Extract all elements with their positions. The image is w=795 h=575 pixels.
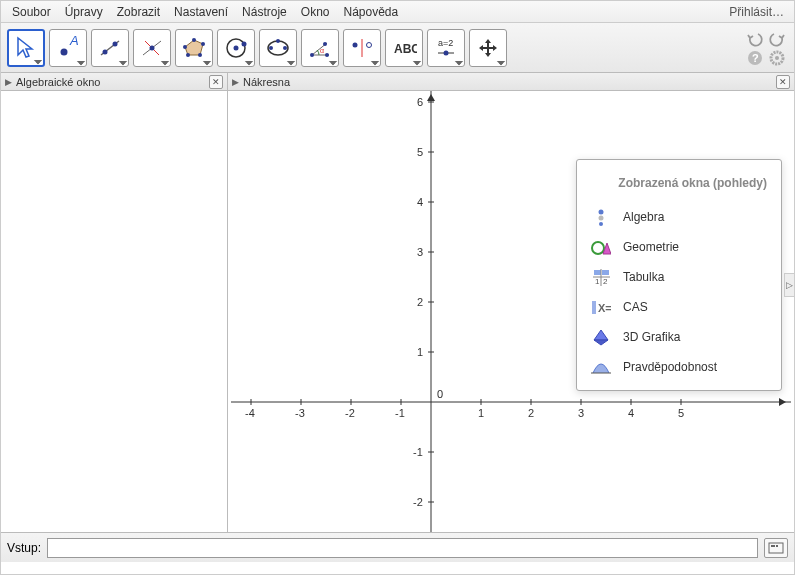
- svg-text:-2: -2: [413, 496, 423, 508]
- ellipse-icon: [265, 35, 291, 61]
- graphics-header[interactable]: ▶ Nákresna ✕: [228, 73, 794, 91]
- algebra-body[interactable]: [1, 91, 227, 532]
- cas-icon: X=: [591, 297, 611, 317]
- spreadsheet-icon: 12: [591, 267, 611, 287]
- tool-ellipse[interactable]: [259, 29, 297, 67]
- redo-icon: [768, 29, 786, 47]
- polygon-icon: [181, 35, 207, 61]
- tool-text[interactable]: ABC: [385, 29, 423, 67]
- undo-icon: [746, 29, 764, 47]
- redo-button[interactable]: [768, 29, 786, 47]
- tool-polygon[interactable]: [175, 29, 213, 67]
- svg-text:2: 2: [417, 296, 423, 308]
- svg-point-23: [325, 53, 329, 57]
- view-geometry[interactable]: Geometrie: [585, 232, 773, 262]
- algebra-icon: [591, 207, 611, 227]
- graphics-body[interactable]: -4-3-2-1 0 12345 123456 -1-2 Zobrazená o…: [228, 91, 794, 532]
- keyboard-button[interactable]: [764, 538, 788, 558]
- view-label: CAS: [623, 300, 648, 314]
- algebra-panel: ▶ Algebraické okno ✕: [1, 73, 228, 532]
- menu-view[interactable]: Zobrazit: [110, 3, 167, 21]
- graphics-close-button[interactable]: ✕: [776, 75, 790, 89]
- algebra-close-button[interactable]: ✕: [209, 75, 223, 89]
- algebra-header[interactable]: ▶ Algebraické okno ✕: [1, 73, 227, 91]
- svg-text:-2: -2: [345, 407, 355, 419]
- svg-text:6: 6: [417, 96, 423, 108]
- svg-point-22: [323, 42, 327, 46]
- svg-text:α: α: [320, 47, 324, 54]
- svg-text:-1: -1: [395, 407, 405, 419]
- menu-file[interactable]: Soubor: [5, 3, 58, 21]
- toolbar: A α ABC a=2 ?: [1, 23, 794, 73]
- settings-button[interactable]: [768, 49, 786, 67]
- svg-text:2: 2: [528, 407, 534, 419]
- tool-circle[interactable]: [217, 29, 255, 67]
- svg-text:-4: -4: [245, 407, 255, 419]
- svg-rect-78: [594, 270, 601, 275]
- slider-icon: a=2: [433, 35, 459, 61]
- collapse-icon: ▶: [232, 77, 239, 87]
- view-algebra[interactable]: Algebra: [585, 202, 773, 232]
- view-label: Pravděpodobnost: [623, 360, 717, 374]
- svg-rect-84: [592, 301, 596, 314]
- svg-point-20: [276, 39, 280, 43]
- input-field[interactable]: [47, 538, 758, 558]
- tool-slider[interactable]: a=2: [427, 29, 465, 67]
- svg-point-15: [234, 45, 239, 50]
- svg-text:1: 1: [417, 346, 423, 358]
- menubar: Soubor Úpravy Zobrazit Nastavení Nástroj…: [1, 1, 794, 23]
- view-label: Tabulka: [623, 270, 664, 284]
- help-icon: ?: [747, 50, 763, 66]
- svg-marker-87: [594, 340, 608, 345]
- tool-perpendicular[interactable]: [133, 29, 171, 67]
- svg-text:1: 1: [478, 407, 484, 419]
- menu-edit[interactable]: Úpravy: [58, 3, 110, 21]
- help-button[interactable]: ?: [746, 49, 764, 67]
- tool-reflect[interactable]: [343, 29, 381, 67]
- svg-point-31: [444, 50, 449, 55]
- view-label: Geometrie: [623, 240, 679, 254]
- svg-text:-3: -3: [295, 407, 305, 419]
- svg-text:3: 3: [417, 246, 423, 258]
- tool-line[interactable]: [91, 29, 129, 67]
- tool-move-view[interactable]: [469, 29, 507, 67]
- svg-text:-1: -1: [413, 446, 423, 458]
- algebra-title: Algebraické okno: [16, 76, 100, 88]
- collapse-icon: ▶: [5, 77, 12, 87]
- perpendicular-icon: [139, 35, 165, 61]
- view-cas[interactable]: X= CAS: [585, 292, 773, 322]
- svg-text:5: 5: [678, 407, 684, 419]
- menu-window[interactable]: Okno: [294, 3, 337, 21]
- expand-sidebar-button[interactable]: ▷: [784, 273, 794, 297]
- svg-rect-79: [602, 270, 609, 275]
- svg-text:3: 3: [578, 407, 584, 419]
- point-icon: A: [55, 35, 81, 61]
- view-spreadsheet[interactable]: 12 Tabulka: [585, 262, 773, 292]
- svg-point-18: [269, 46, 273, 50]
- svg-point-76: [592, 242, 604, 254]
- tool-move[interactable]: [7, 29, 45, 67]
- svg-text:4: 4: [417, 196, 423, 208]
- svg-text:1: 1: [595, 277, 600, 286]
- svg-marker-86: [594, 330, 608, 340]
- svg-point-19: [283, 46, 287, 50]
- undo-button[interactable]: [746, 29, 764, 47]
- svg-point-74: [599, 216, 604, 221]
- view-3d[interactable]: 3D Grafika: [585, 322, 773, 352]
- svg-point-3: [103, 49, 108, 54]
- menu-help[interactable]: Nápověda: [336, 3, 405, 21]
- svg-point-73: [599, 210, 604, 215]
- tool-angle[interactable]: α: [301, 29, 339, 67]
- svg-point-7: [150, 45, 155, 50]
- signin-link[interactable]: Přihlásit…: [723, 3, 790, 21]
- menu-settings[interactable]: Nastavení: [167, 3, 235, 21]
- graphics-panel: ▶ Nákresna ✕ -4-3-2-1 0 12345: [228, 73, 794, 532]
- graphics-title: Nákresna: [243, 76, 290, 88]
- tool-point[interactable]: A: [49, 29, 87, 67]
- svg-point-12: [192, 38, 196, 42]
- svg-marker-8: [185, 40, 203, 55]
- svg-point-21: [310, 53, 314, 57]
- geometry-icon: [591, 237, 611, 257]
- view-probability[interactable]: Pravděpodobnost: [585, 352, 773, 382]
- menu-tools[interactable]: Nástroje: [235, 3, 294, 21]
